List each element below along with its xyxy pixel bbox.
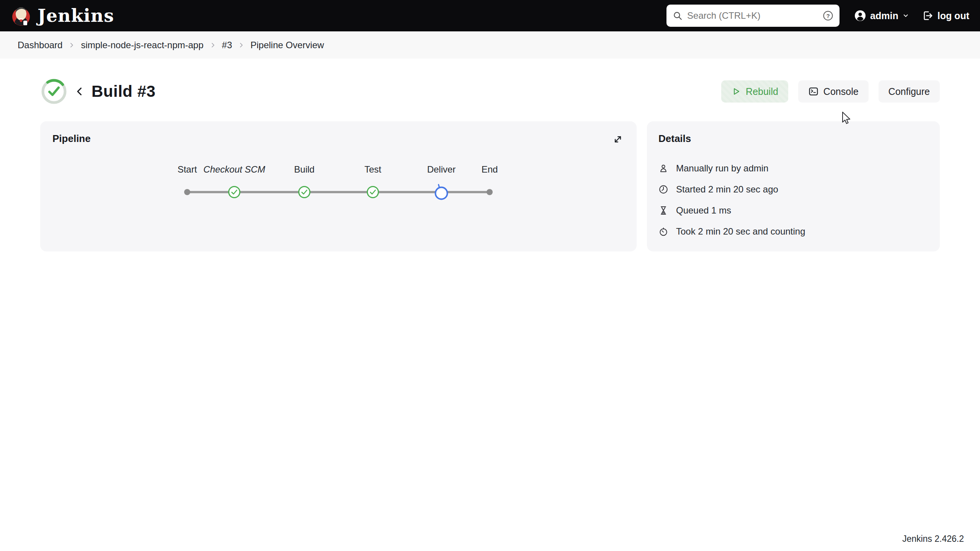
user-circle-icon — [854, 10, 866, 22]
search-box: ? — [666, 5, 840, 27]
breadcrumb-item-pipeline-overview[interactable]: Pipeline Overview — [250, 40, 324, 51]
breadcrumb-item-simple-node-js-react-npm-app[interactable]: simple-node-js-react-npm-app — [81, 40, 203, 51]
stage-node-checkout-scm-success[interactable] — [227, 185, 241, 199]
breadcrumb-separator-icon — [237, 41, 245, 49]
search-icon — [673, 11, 683, 21]
details-text: Took 2 min 20 sec and counting — [676, 226, 805, 237]
details-row-1: Started 2 min 20 sec ago — [658, 179, 928, 200]
svg-text:?: ? — [826, 13, 830, 19]
page-title: Build #3 — [91, 82, 155, 101]
details-row-0: Manually run by admin — [658, 158, 928, 179]
search-help-icon[interactable]: ? — [823, 10, 833, 21]
details-text: Started 2 min 20 sec ago — [676, 184, 778, 195]
chevron-left-icon — [73, 85, 86, 98]
stage-label-start: Start — [178, 164, 197, 175]
breadcrumb-item-dashboard[interactable]: Dashboard — [18, 40, 62, 51]
expand-icon — [612, 134, 624, 145]
breadcrumb: Dashboardsimple-node-js-react-npm-app#3P… — [0, 31, 980, 59]
cards-row: Pipeline StartCheckout SCMBuildTestDeliv… — [40, 121, 940, 251]
pipeline-graph: StartCheckout SCMBuildTestDeliverEnd — [187, 164, 490, 210]
play-icon — [731, 86, 741, 96]
chevron-down-icon — [902, 12, 909, 19]
hourglass-icon — [658, 205, 668, 215]
stopwatch-icon — [658, 227, 668, 236]
back-button[interactable] — [73, 85, 86, 98]
console-label: Console — [823, 86, 859, 97]
breadcrumb-separator-icon — [68, 41, 75, 49]
pipeline-card: Pipeline StartCheckout SCMBuildTestDeliv… — [40, 121, 637, 251]
stage-label-checkout-scm: Checkout SCM — [203, 164, 265, 175]
expand-pipeline-button[interactable] — [611, 133, 624, 146]
stage-node-end-terminal — [486, 189, 493, 196]
console-button[interactable]: Console — [798, 80, 869, 103]
search-input[interactable] — [687, 10, 818, 21]
configure-label: Configure — [889, 86, 930, 97]
details-row-3: Took 2 min 20 sec and counting — [658, 221, 928, 242]
stage-node-build-success[interactable] — [297, 185, 311, 199]
configure-button[interactable]: Configure — [879, 80, 940, 103]
stage-node-start-terminal — [184, 189, 191, 196]
jenkins-butler-logo-icon — [11, 5, 31, 26]
rebuild-label: Rebuild — [746, 86, 778, 97]
brand-title: Jenkins — [38, 5, 114, 26]
details-text: Queued 1 ms — [676, 205, 731, 216]
stage-node-test-success[interactable] — [366, 185, 380, 199]
top-bar: Jenkins ? admin log out — [0, 0, 980, 31]
logout-label: log out — [938, 10, 969, 21]
details-card: Details Manually run by adminStarted 2 m… — [647, 121, 940, 251]
stage-node-deliver-running[interactable] — [433, 183, 449, 201]
logout-icon — [922, 10, 934, 21]
stage-label-test: Test — [364, 164, 381, 175]
header-actions: Rebuild Console Configure — [721, 80, 940, 103]
details-text: Manually run by admin — [676, 163, 768, 174]
jenkins-version-link[interactable]: Jenkins 2.426.2 — [902, 534, 964, 544]
build-header: Build #3 Rebuild Console Configure — [40, 78, 940, 105]
logout-button[interactable]: log out — [922, 10, 969, 21]
details-row-2: Queued 1 ms — [658, 200, 928, 221]
breadcrumb-separator-icon — [209, 41, 217, 49]
stage-label-build: Build — [294, 164, 314, 175]
build-status-in-progress-icon — [40, 78, 68, 105]
user-icon — [658, 163, 668, 173]
main-content: Build #3 Rebuild Console Configure — [0, 78, 980, 251]
user-name: admin — [870, 10, 898, 21]
jenkins-home-link[interactable]: Jenkins — [11, 5, 114, 26]
details-list: Manually run by adminStarted 2 min 20 se… — [658, 158, 928, 242]
details-card-title: Details — [658, 133, 928, 145]
pipeline-card-title: Pipeline — [52, 133, 91, 145]
stage-label-end: End — [482, 164, 498, 175]
stage-label-deliver: Deliver — [427, 164, 456, 175]
user-menu-button[interactable]: admin — [854, 10, 909, 22]
clock-icon — [658, 184, 668, 194]
terminal-icon — [808, 86, 819, 97]
breadcrumb-item--3[interactable]: #3 — [222, 40, 232, 51]
rebuild-button[interactable]: Rebuild — [721, 80, 788, 103]
